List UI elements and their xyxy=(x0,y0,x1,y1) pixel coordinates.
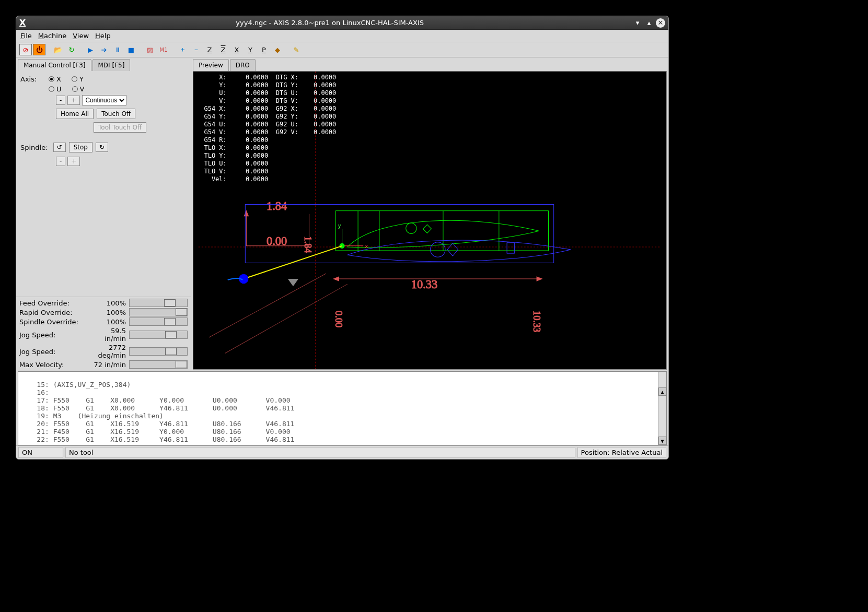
spindle-override-value: 100% xyxy=(88,318,129,326)
tab-dro[interactable]: DRO xyxy=(230,59,256,71)
status-tool: No tool xyxy=(65,447,575,458)
clear-plot-icon[interactable]: ✎ xyxy=(290,44,303,55)
status-position: Position: Relative Actual xyxy=(577,447,666,458)
statusbar: ON No tool Position: Relative Actual xyxy=(16,445,668,459)
zoom-out-icon[interactable]: － xyxy=(190,44,202,55)
spindle-plus-button[interactable]: + xyxy=(67,157,80,166)
dim-y0: 0.00 xyxy=(333,311,344,327)
svg-line-9 xyxy=(209,274,326,337)
max-velocity-value: 72 in/min xyxy=(88,361,129,369)
jog-speed-1-slider[interactable] xyxy=(129,331,188,339)
view-p-icon[interactable]: P xyxy=(258,44,270,55)
jog-speed-1-label: Jog Speed: xyxy=(19,331,88,339)
spindle-cw-button[interactable]: ↻ xyxy=(96,143,108,152)
stop-icon[interactable]: ■ xyxy=(125,44,137,55)
spindle-minus-button[interactable]: - xyxy=(56,157,65,166)
preview-tabs: Preview DRO xyxy=(191,57,668,71)
jog-speed-1-value: 59.5 in/min xyxy=(88,327,129,343)
svg-point-13 xyxy=(406,223,416,233)
gcode-listing[interactable]: 15: (AXIS,UV_Z_POS,384) 16: 17: F550 G1 … xyxy=(18,371,667,445)
spindle-stop-button[interactable]: Stop xyxy=(69,142,92,152)
zoom-in-icon[interactable]: ＋ xyxy=(176,44,189,55)
estop-icon[interactable]: ⊘ xyxy=(19,44,32,55)
tool-touch-off-button[interactable]: Tool Touch Off xyxy=(94,122,146,133)
max-velocity-label: Max Velocity: xyxy=(19,361,88,369)
tab-preview[interactable]: Preview xyxy=(193,59,229,71)
maximize-button[interactable]: ▴ xyxy=(644,18,654,28)
jog-minus-button[interactable]: - xyxy=(56,96,65,105)
svg-text:y: y xyxy=(338,223,341,229)
menu-file[interactable]: File xyxy=(20,32,32,40)
svg-text:x: x xyxy=(365,243,368,249)
spindle-override-slider[interactable] xyxy=(129,317,188,326)
dim-w1: 10.33 xyxy=(411,278,437,291)
rapid-override-value: 100% xyxy=(88,309,129,316)
feed-override-slider[interactable] xyxy=(129,299,188,307)
view-iso-icon[interactable]: ◆ xyxy=(271,44,284,55)
jog-speed-2-label: Jog Speed: xyxy=(19,348,88,356)
menu-view[interactable]: View xyxy=(73,32,89,40)
spindle-label: Spindle: xyxy=(20,144,48,151)
minimize-button[interactable]: ▾ xyxy=(633,18,642,28)
jog-speed-2-slider[interactable] xyxy=(129,347,188,356)
dim-h2: 1.84 xyxy=(303,237,313,253)
max-velocity-slider[interactable] xyxy=(129,360,188,369)
svg-point-24 xyxy=(339,243,344,249)
svg-line-25 xyxy=(244,246,342,279)
app-icon: X xyxy=(19,18,26,28)
pause-icon[interactable]: ⏸ xyxy=(111,44,124,55)
axis-label: Axis: xyxy=(20,75,45,83)
tab-mdi[interactable]: MDI [F5] xyxy=(92,59,131,71)
radio-v[interactable]: V xyxy=(72,85,85,93)
view-z-icon[interactable]: Z xyxy=(203,44,216,55)
gcode-scrollbar[interactable]: ▲ ▼ xyxy=(658,372,666,445)
status-machine: ON xyxy=(18,447,63,458)
dim-w2: 10.33 xyxy=(531,311,542,332)
svg-marker-3 xyxy=(244,211,248,216)
rapid-override-slider[interactable] xyxy=(129,308,188,316)
svg-rect-11 xyxy=(245,204,553,263)
jog-speed-2-value: 2772 deg/min xyxy=(88,344,129,359)
view-x-icon[interactable]: X xyxy=(230,44,243,55)
feed-override-label: Feed Override: xyxy=(19,299,88,307)
play-icon[interactable]: ▶ xyxy=(84,44,97,55)
open-icon[interactable]: 📂 xyxy=(52,44,64,55)
toolbar: ⊘ ⏻ 📂 ↻ ▶ ➔ ⏸ ■ ▨ M1 ＋ － Z Z X Y P ◆ ✎ xyxy=(16,42,668,57)
optstop-icon[interactable]: M1 xyxy=(157,44,170,55)
reload-icon[interactable]: ↻ xyxy=(65,44,78,55)
scroll-down-icon[interactable]: ▼ xyxy=(658,437,666,445)
svg-marker-7 xyxy=(333,277,339,281)
power-icon[interactable]: ⏻ xyxy=(33,44,45,55)
radio-y[interactable]: Y xyxy=(72,75,84,83)
left-tabs: Manual Control [F3] MDI [F5] xyxy=(16,57,191,71)
touch-off-button[interactable]: Touch Off xyxy=(97,109,135,119)
titlebar: X yyy4.ngc - AXIS 2.8.0~pre1 on LinuxCNC… xyxy=(16,16,668,30)
tab-manual[interactable]: Manual Control [F3] xyxy=(18,59,91,71)
menu-machine[interactable]: Machine xyxy=(38,32,66,40)
close-button[interactable]: ✕ xyxy=(656,18,665,28)
overrides-panel: Feed Override:100% Rapid Override:100% S… xyxy=(16,297,191,371)
radio-x[interactable]: X xyxy=(49,75,61,83)
feed-override-value: 100% xyxy=(88,299,129,307)
rapid-override-label: Rapid Override: xyxy=(19,309,88,316)
jog-plus-button[interactable]: + xyxy=(67,96,80,105)
window-title: yyy4.ngc - AXIS 2.8.0~pre1 on LinuxCNC-H… xyxy=(29,19,631,27)
blockskip-icon[interactable]: ▨ xyxy=(144,44,156,55)
view-z2-icon[interactable]: Z xyxy=(217,44,229,55)
svg-marker-8 xyxy=(537,277,542,281)
radio-u[interactable]: U xyxy=(49,85,62,93)
jog-mode-select[interactable]: Continuous xyxy=(82,95,126,105)
preview-canvas[interactable]: X: 0.0000 DTG X: 0.0000 Y: 0.0000 DTG Y:… xyxy=(193,71,667,370)
menubar: File Machine View Help xyxy=(16,30,668,42)
dim-x0: 0.00 xyxy=(267,234,287,248)
spindle-ccw-button[interactable]: ↺ xyxy=(53,143,66,152)
step-icon[interactable]: ➔ xyxy=(98,44,110,55)
spindle-override-label: Spindle Override: xyxy=(19,318,88,326)
view-y-icon[interactable]: Y xyxy=(244,44,257,55)
home-all-button[interactable]: Home All xyxy=(56,109,94,119)
dim-h1: 1.84 xyxy=(267,199,287,213)
svg-rect-19 xyxy=(507,243,514,253)
menu-help[interactable]: Help xyxy=(95,32,111,40)
